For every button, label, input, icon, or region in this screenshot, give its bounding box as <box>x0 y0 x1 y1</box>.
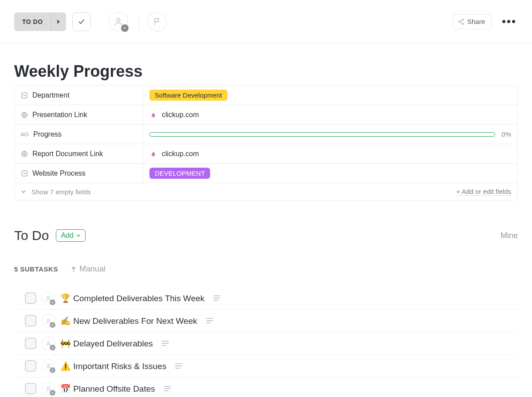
add-assignee-button[interactable]: + <box>109 12 128 31</box>
globe-icon <box>21 111 28 118</box>
divider <box>139 14 139 29</box>
task-title[interactable]: Weekly Progress <box>14 62 518 81</box>
field-label: Department <box>15 86 143 105</box>
todo-title: To Do <box>14 228 49 243</box>
subtask-name[interactable]: ✍️ New Deliverables For Next Week <box>60 316 197 326</box>
subtask-checkbox[interactable] <box>25 360 36 372</box>
status-next-button[interactable] <box>51 12 66 31</box>
plus-icon: + <box>50 345 55 350</box>
svg-point-7 <box>25 133 28 136</box>
field-value[interactable]: clickup.com <box>143 105 517 124</box>
field-label: Progress <box>15 125 143 144</box>
custom-fields-panel: Department Software Development Presenta… <box>14 85 518 200</box>
description-icon[interactable] <box>213 295 220 301</box>
check-icon <box>78 18 86 26</box>
svg-point-0 <box>117 18 120 21</box>
add-edit-fields-button[interactable]: + Add or edit fields <box>456 188 511 196</box>
assign-subtask-button[interactable]: + <box>42 291 55 305</box>
subtask-row[interactable]: + 📅 Planned Offsite Dates <box>14 377 518 397</box>
svg-point-6 <box>21 133 24 136</box>
progress-percent: 0% <box>501 130 511 138</box>
show-empty-fields-button[interactable]: Show 7 empty fields <box>31 188 91 196</box>
add-subtask-button[interactable]: Add <box>56 229 85 242</box>
filter-mine-button[interactable]: Mine <box>501 231 518 240</box>
svg-point-13 <box>47 364 50 366</box>
assign-subtask-button[interactable]: + <box>42 382 55 395</box>
status-group: TO DO <box>14 12 66 31</box>
task-content: Weekly Progress Department Software Deve… <box>0 43 532 397</box>
subtask-list: + 🏆 Completed Deliverables This Week + ✍… <box>14 287 518 397</box>
description-icon[interactable] <box>175 363 182 369</box>
svg-rect-4 <box>22 93 27 98</box>
link-text: clickup.com <box>162 150 199 158</box>
description-icon[interactable] <box>206 318 213 324</box>
subtask-name[interactable]: ⚠️ Important Risks & Issues <box>60 361 166 371</box>
subtask-checkbox[interactable] <box>25 338 36 349</box>
svg-point-10 <box>47 296 50 298</box>
subtask-count: 5 SUBTASKS <box>14 265 58 273</box>
subtask-name[interactable]: 🏆 Completed Deliverables This Week <box>60 293 204 303</box>
field-row-progress: Progress 0% <box>15 125 517 144</box>
svg-point-12 <box>47 341 50 343</box>
field-value[interactable]: DEVELOPMENT <box>143 164 517 183</box>
svg-rect-9 <box>22 171 27 176</box>
caret-right-icon <box>56 19 61 24</box>
subtask-row[interactable]: + 🏆 Completed Deliverables This Week <box>14 287 518 310</box>
plus-icon: + <box>50 390 55 396</box>
progress-field-icon <box>21 132 29 137</box>
flag-icon <box>153 17 161 26</box>
progress-bar[interactable] <box>149 132 495 137</box>
share-label: Share <box>467 18 485 25</box>
globe-icon <box>21 150 28 157</box>
field-value[interactable]: clickup.com <box>143 144 517 163</box>
caret-down-icon <box>76 233 81 238</box>
link-text: clickup.com <box>162 111 199 119</box>
assign-subtask-button[interactable]: + <box>42 359 55 373</box>
toolbar: TO DO + Share <box>0 0 532 43</box>
field-label: Presentation Link <box>15 105 143 124</box>
department-tag: Software Development <box>149 90 227 101</box>
arrow-up-icon <box>70 266 77 272</box>
fields-footer: Show 7 empty fields + Add or edit fields <box>15 183 517 200</box>
person-icon <box>113 17 123 27</box>
description-icon[interactable] <box>164 385 171 392</box>
status-button[interactable]: TO DO <box>14 12 51 31</box>
more-options-button[interactable] <box>500 17 518 26</box>
subtask-name[interactable]: 📅 Planned Offsite Dates <box>60 384 155 394</box>
clickup-favicon-icon <box>149 111 157 119</box>
assign-subtask-button[interactable]: + <box>42 337 55 350</box>
set-priority-button[interactable] <box>147 12 167 31</box>
subtask-checkbox[interactable] <box>25 315 36 326</box>
subtask-name[interactable]: 🚧 Delayed Deliverables <box>60 338 153 349</box>
assign-subtask-button[interactable]: + <box>42 314 55 327</box>
plus-icon: + <box>50 367 55 373</box>
dropdown-field-icon <box>21 170 28 177</box>
subtask-row[interactable]: + ✍️ New Deliverables For Next Week <box>14 310 518 332</box>
subtask-row[interactable]: + 🚧 Delayed Deliverables <box>14 332 518 355</box>
share-button[interactable]: Share <box>453 14 492 29</box>
mark-complete-button[interactable] <box>72 12 91 31</box>
subtask-row[interactable]: + ⚠️ Important Risks & Issues <box>14 355 518 377</box>
caret-down-icon[interactable] <box>21 189 26 194</box>
plus-icon: + <box>50 322 55 328</box>
svg-point-11 <box>47 318 50 321</box>
clickup-favicon-icon <box>149 150 157 158</box>
todo-section-header: To Do Add Mine <box>14 228 518 243</box>
subtask-checkbox[interactable] <box>25 292 36 304</box>
dropdown-field-icon <box>21 92 28 99</box>
field-value[interactable]: 0% <box>143 125 517 144</box>
description-icon[interactable] <box>162 340 169 346</box>
field-label: Website Process <box>15 164 143 183</box>
website-process-tag: DEVELOPMENT <box>149 168 210 179</box>
svg-point-14 <box>47 386 50 389</box>
field-value[interactable]: Software Development <box>143 86 517 105</box>
share-icon <box>458 18 465 25</box>
field-row-website-process: Website Process DEVELOPMENT <box>15 164 517 183</box>
field-row-department: Department Software Development <box>15 86 517 105</box>
subtasks-meta: 5 SUBTASKS Manual <box>14 264 518 274</box>
plus-icon: + <box>121 24 129 32</box>
field-row-presentation-link: Presentation Link clickup.com <box>15 105 517 125</box>
sort-button[interactable]: Manual <box>70 264 106 274</box>
plus-icon: + <box>50 299 55 305</box>
subtask-checkbox[interactable] <box>25 383 36 394</box>
